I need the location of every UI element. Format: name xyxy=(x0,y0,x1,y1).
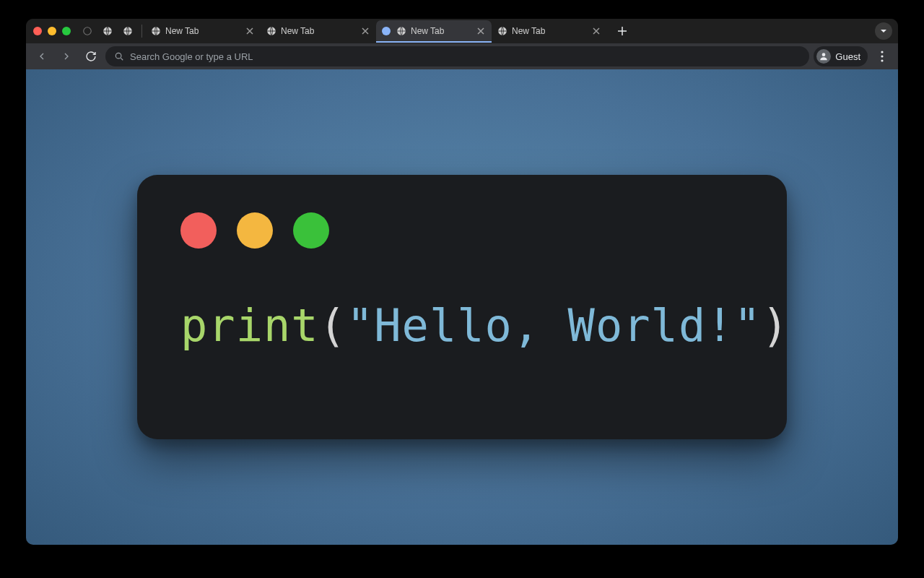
tab-strip: New Tab New Tab New Tab xyxy=(26,19,898,43)
profile-label: Guest xyxy=(835,51,860,62)
pinned-tab-2[interactable] xyxy=(118,22,137,40)
back-button[interactable] xyxy=(32,46,52,66)
close-icon[interactable] xyxy=(360,26,370,36)
tab-title: New Tab xyxy=(512,26,587,36)
close-icon[interactable] xyxy=(245,26,255,36)
avatar-icon xyxy=(816,49,831,64)
token-close-paren: ) xyxy=(762,299,789,352)
browser-window: New Tab New Tab New Tab xyxy=(26,19,898,545)
pinned-tab-loading[interactable] xyxy=(78,22,97,40)
loading-indicator-icon xyxy=(382,27,391,35)
svg-point-11 xyxy=(881,59,883,61)
code-line: print("Hello, World!") xyxy=(180,299,744,352)
toolbar: Search Google or type a URL Guest xyxy=(26,43,898,69)
window-zoom-dot[interactable] xyxy=(62,27,71,35)
tab-0[interactable]: New Tab xyxy=(145,20,261,42)
card-window-controls xyxy=(180,212,744,249)
svg-point-10 xyxy=(881,55,883,57)
new-tab-button[interactable] xyxy=(613,22,632,40)
tab-3[interactable]: New Tab xyxy=(492,20,607,42)
svg-point-0 xyxy=(84,27,92,35)
close-icon[interactable] xyxy=(476,26,486,36)
code-snippet-card: print("Hello, World!") xyxy=(137,175,787,439)
tab-1[interactable]: New Tab xyxy=(261,20,376,42)
reload-button[interactable] xyxy=(81,46,101,66)
globe-icon xyxy=(396,26,406,36)
token-function: print xyxy=(180,299,319,352)
forward-button[interactable] xyxy=(56,46,77,66)
svg-point-7 xyxy=(116,53,121,59)
kebab-menu-button[interactable] xyxy=(872,46,892,66)
globe-icon xyxy=(151,26,161,36)
card-minimize-dot xyxy=(237,212,273,249)
token-string: "Hello, World!" xyxy=(346,299,762,352)
svg-point-9 xyxy=(881,51,883,53)
tab-title: New Tab xyxy=(165,26,240,36)
tab-title: New Tab xyxy=(411,26,471,36)
pinned-tab-1[interactable] xyxy=(98,22,117,40)
profile-chip[interactable]: Guest xyxy=(814,46,868,66)
tab-2-active[interactable]: New Tab xyxy=(376,20,492,42)
globe-icon xyxy=(266,26,276,36)
tab-divider xyxy=(141,25,142,38)
chevron-down-icon[interactable] xyxy=(875,22,892,40)
card-close-dot xyxy=(180,212,217,249)
window-close-dot[interactable] xyxy=(33,27,42,35)
card-zoom-dot xyxy=(293,212,329,249)
svg-point-8 xyxy=(822,53,826,56)
window-minimize-dot[interactable] xyxy=(48,27,56,35)
omnibox[interactable]: Search Google or type a URL xyxy=(105,46,809,66)
page-viewport: print("Hello, World!") xyxy=(26,69,898,545)
search-icon xyxy=(114,51,124,61)
tab-title: New Tab xyxy=(281,26,356,36)
token-open-paren: ( xyxy=(319,299,346,352)
globe-icon xyxy=(497,26,507,36)
macos-window-controls xyxy=(33,27,71,35)
omnibox-placeholder: Search Google or type a URL xyxy=(130,51,253,62)
close-icon[interactable] xyxy=(591,26,601,36)
